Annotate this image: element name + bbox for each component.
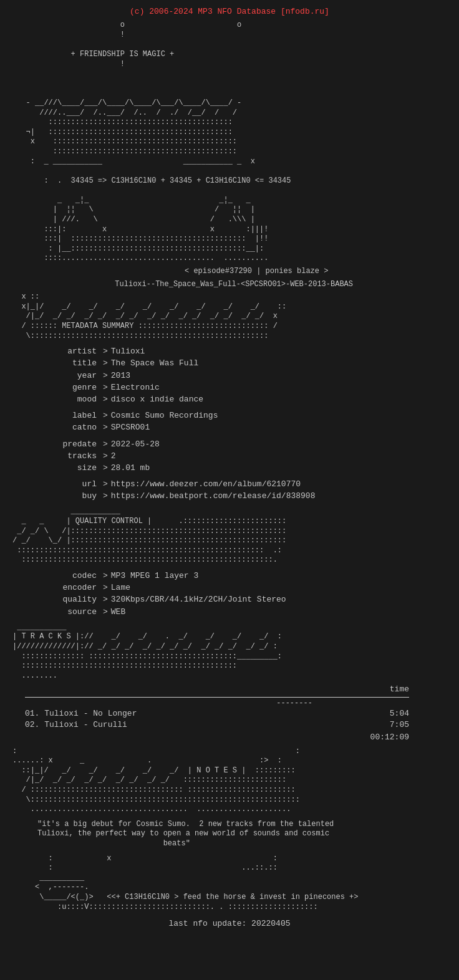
year-sep: > [100,370,111,382]
url-row: url > https://www.deezer.com/en/album/62… [50,479,447,490]
quality-value: 320Kbps/CBR/44.1kHz/2CH/Joint Stereo [111,594,286,605]
buy-sep: > [100,491,111,502]
encoder-sep: > [100,582,111,593]
title-row: title > The Space Was Full [50,358,447,369]
buy-value: https://www.beatport.com/release/id/8389… [111,491,316,502]
url-sep: > [100,479,111,490]
episode-line: < episode#37290 | ponies blaze > [12,267,447,277]
codec-row: codec > MP3 MPEG 1 layer 3 [50,570,447,582]
source-label: source [50,607,100,618]
url-value: https://www.deezer.com/en/album/6210770 [111,479,301,490]
codec-value: MP3 MPEG 1 layer 3 [111,570,198,582]
quality-section: codec > MP3 MPEG 1 layer 3 encoder > Lam… [50,570,447,618]
buy-label: buy [50,491,100,502]
source-value: WEB [111,607,125,618]
size-value: 28.01 mb [111,463,150,474]
encoder-row: encoder > Lame [50,582,447,593]
quality-sep: > [100,594,111,605]
size-sep: > [100,463,111,474]
year-label: year [50,370,100,382]
genre-sep: > [100,382,111,393]
artist-value: Tulioxi [111,346,145,357]
codec-label: codec [50,570,100,582]
tracks-section: time -------- 01. Tulioxi - No Longer 5:… [25,684,409,743]
catno-row: catno > SPCSRO01 [50,422,447,433]
predate-sep: > [100,439,111,450]
encoder-label: encoder [50,582,100,593]
predate-row: predate > 2022-05-28 [50,439,447,450]
size-label: size [50,463,100,474]
mood-sep: > [100,394,111,405]
predate-label: predate [50,439,100,450]
last-update: last nfo update: 20220405 [12,918,447,930]
quality-row: quality > 320Kbps/CBR/44.1kHz/2CH/Joint … [50,594,447,605]
catno-label: catno [50,422,100,433]
tracks-count-sep: > [100,451,111,462]
notes-section-art: : : ......: x _ . :> : ::|_|/ _/ _/ _/ _… [12,747,447,815]
url-label: url [50,479,100,490]
track2-name: 02. Tulioxi - Curulli [25,719,127,731]
encoder-value: Lame [111,582,130,593]
codec-sep: > [100,570,111,582]
track1-row: 01. Tulioxi - No Longer 5:04 [25,708,409,719]
quality-label: quality [50,594,100,605]
footer-art: : x : : ...::.:: __________ < ,-------. … [12,854,447,913]
track1-time: 5:04 [372,708,409,719]
mood-row: mood > disco x indie dance [50,394,447,405]
mood-label: mood [50,394,100,405]
label-value: Cosmic Sumo Recordings [111,410,218,421]
tracks-count-row: tracks > 2 [50,451,447,462]
source-row: source > WEB [50,607,447,618]
artist-label: artist [50,346,100,357]
copyright-text: (c) 2006-2024 MP3 NFO Database [nfodb.ru… [12,6,447,17]
size-row: size > 28.01 mb [50,463,447,474]
metadata-section: artist > Tulioxi title > The Space Was F… [50,346,447,502]
label-sep: > [100,410,111,421]
metadata-section-art: x :: x|_|/ _/ _/ _/ _/ _/ _/ _/ _/ :: /|… [12,292,447,341]
genre-label: genre [50,382,100,393]
mood-value: disco x indie dance [111,394,203,405]
top-ascii-art: o o ! + FRIENDSHIP IS MAGIC + ! - __///\… [12,21,447,264]
catno-sep: > [100,422,111,433]
track2-time: 7:05 [372,719,409,731]
year-value: 2013 [111,370,130,382]
artist-row: artist > Tulioxi [50,346,447,357]
genre-value: Electronic [111,382,160,393]
release-line: Tulioxi--The_Space_Was_Full-<SPCSRO01>-W… [12,280,447,290]
tracks-section-art: ___________ | T R A C K S |:// _/ _/ . _… [12,623,447,681]
predate-value: 2022-05-28 [111,439,160,450]
track1-name: 01. Tulioxi - No Longer [25,708,137,719]
total-time: 00:12:09 [25,732,409,743]
genre-row: genre > Electronic [50,382,447,393]
quality-section-art: ___________ _ _ | QUALITY CONTROL | .:::… [12,507,447,565]
tracks-time-header: time [25,684,409,697]
label-label: label [50,410,100,421]
track2-row: 02. Tulioxi - Curulli 7:05 [25,719,409,731]
buy-row: buy > https://www.beatport.com/release/i… [50,491,447,502]
title-sep: > [100,358,111,369]
title-value: The Space Was Full [111,358,198,369]
source-sep: > [100,607,111,618]
time-header-label: time [390,684,409,695]
year-row: year > 2013 [50,370,447,382]
catno-value: SPCSRO01 [111,422,150,433]
artist-sep: > [100,346,111,357]
tracks-count-label: tracks [50,451,100,462]
notes-text: "it's a big debut for Cosmic Sumo. 2 new… [37,820,422,849]
label-row: label > Cosmic Sumo Recordings [50,410,447,421]
tracks-count-value: 2 [111,451,116,462]
title-label: title [50,358,100,369]
